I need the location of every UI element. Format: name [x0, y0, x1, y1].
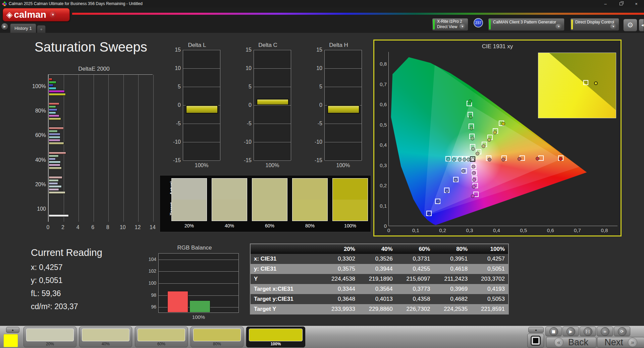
cie-measured-yellow-60 [487, 138, 491, 142]
calman-menu-button[interactable]: ◈ calman ▼ [3, 8, 70, 21]
deltae-bar-100%-0 [49, 78, 52, 81]
table-cell: 211,2423 [433, 274, 471, 284]
continuous-icon: ∞ [601, 327, 609, 336]
pattern-button-80%[interactable]: 80% [191, 327, 244, 347]
deltae-bar-20%-5 [49, 191, 65, 194]
step-icon: [·] [584, 327, 592, 336]
actual-target-swatch-panel: ActualTarget20%40%60%80%100% [160, 175, 371, 232]
cie-measured-magenta-100 [471, 194, 475, 198]
pattern-label-20%: 20% [24, 342, 76, 346]
pattern-generator-dropdown[interactable]: CalMAN Client 3 Pattern Generator ▼ [488, 18, 565, 31]
deltae-bar-80%-2 [49, 109, 57, 111]
meter-count-badge[interactable]: 237 [474, 18, 483, 27]
title-bar: Calman 2025 Calman Ultimate for Business… [0, 0, 644, 7]
table-row: Y224,4538219,1890215,6097211,2423203,370… [250, 274, 508, 284]
pattern-swatch-20% [26, 329, 74, 341]
deltae-bar-60%-5 [49, 142, 64, 145]
table-header-row: 20%40%60%80%100% [250, 244, 508, 254]
cie-measured-magenta-20 [472, 165, 475, 168]
delta_l-bar [186, 105, 218, 114]
meter-dropdown[interactable]: X-Rite i1Pro 2 Direct View ▼ [432, 18, 468, 31]
cie-1931-panel[interactable]: CIE 1931 xy 00,10,20,30,40,50,60,70,800,… [373, 40, 622, 236]
pattern-button-20%[interactable]: 20% [23, 327, 76, 347]
table-cell: 0,4682 [433, 294, 471, 304]
table-cell: 0,4193 [471, 284, 508, 294]
calman-diamond-icon: ◈ [6, 10, 12, 19]
step-button[interactable]: [·] [580, 327, 596, 336]
deltae-bar-60%-4 [49, 139, 60, 142]
restore-button[interactable] [613, 0, 629, 7]
delta_h-plot [324, 50, 362, 160]
col-header-80%: 80% [433, 244, 471, 254]
app-icon [2, 1, 7, 6]
cie-measured-yellow-100 [501, 122, 505, 126]
deltae-bar-60%-3 [49, 136, 60, 139]
pattern-button-60%[interactable]: 60% [135, 327, 188, 347]
table-row: Target Y233,9933229,8860226,7302224,2535… [250, 304, 508, 314]
delta_h-bar [327, 105, 360, 114]
table-cell: 0,4255 [396, 264, 434, 274]
calman-logo-text: calman [14, 9, 46, 20]
target-swatch-80% [292, 200, 327, 221]
actual-swatch-100% [333, 179, 368, 200]
table-cell: 0,3526 [359, 254, 396, 264]
repeat-button[interactable]: ⟳ [614, 327, 630, 336]
table-cell: 221,8591 [471, 304, 508, 314]
measurement-table: 20%40%60%80%100%x: CIE310,33020,35260,37… [250, 243, 509, 315]
toolbar-collapse-button[interactable]: ◀ [639, 19, 644, 31]
continuous-button[interactable]: ∞ [597, 327, 613, 336]
quick-color-swatch[interactable] [3, 334, 18, 347]
deltae-bar-80%-3 [49, 112, 56, 114]
table-row: y: CIE310,35750,39440,42550,46180,5051 [250, 264, 508, 274]
swatch-label-20%: 20% [171, 223, 207, 228]
delta-c-chart: Delta C151050-5-10-15100% [240, 42, 296, 171]
stop-button[interactable]: ■ [545, 327, 562, 336]
pattern-swatch-80% [193, 329, 241, 341]
deltae-bar-60%-0 [49, 127, 64, 130]
table-cell: 0,3648 [321, 294, 359, 304]
window-pattern-button[interactable] [527, 334, 544, 348]
deltae-bar-100%-4 [49, 90, 65, 93]
table-cell: 0,4618 [433, 264, 471, 274]
table-cell: 226,7302 [396, 304, 434, 314]
actual-swatch-40% [212, 179, 247, 200]
pattern-button-100%[interactable]: 100% [246, 327, 305, 347]
pattern-swatch-40% [82, 329, 129, 341]
play-button[interactable]: ▶ [562, 327, 579, 336]
deltae-bar-20%-3 [49, 185, 62, 188]
deltae-bar-20%-0 [49, 176, 62, 179]
pattern-button-40%[interactable]: 40% [79, 327, 132, 347]
delta_c-bar [257, 99, 289, 105]
meter-status-indicator [433, 19, 435, 29]
minimize-button[interactable]: – [598, 0, 613, 7]
tab-scroll-button[interactable]: ▶ [1, 23, 8, 30]
settings-gear-button[interactable]: ⚙ [623, 19, 637, 31]
deltae-bar-80%-5 [49, 118, 61, 120]
double-chevron-right-icon: » [628, 338, 637, 347]
pattern-list-up-button[interactable]: ▲ [6, 327, 19, 333]
cie-measured-blue-20 [462, 169, 465, 173]
cie-measured-green-100 [468, 99, 472, 103]
add-tab-button[interactable]: + [37, 25, 46, 33]
tab-history-1[interactable]: History 1 [10, 23, 36, 33]
table-cell: 0,3951 [433, 254, 471, 264]
cie-measured-magenta-60 [472, 178, 476, 182]
col-header-60%: 60% [396, 244, 434, 254]
back-button[interactable]: « Back [546, 337, 596, 348]
next-button[interactable]: Next » [597, 337, 644, 348]
current-reading-fl: fL: 59,36 [31, 289, 102, 298]
table-cell: 0,5051 [471, 264, 508, 274]
row-label: y: CIE31 [250, 264, 321, 274]
deltae-plot [48, 74, 153, 222]
col-header-40%: 40% [359, 244, 396, 254]
row-label: Y [250, 274, 321, 284]
pattern-bar: ▲ ▲ « Back Next » 20%40%60%80%100%■▶[·]∞… [0, 326, 644, 348]
tab-history-label: History 1 [14, 26, 32, 31]
close-button[interactable]: × [629, 0, 644, 7]
chevron-down-icon: ▼ [610, 24, 617, 29]
current-reading-y: y: 0,5051 [31, 276, 102, 285]
deltae-bar-100%-1 [49, 81, 56, 84]
pattern-panel-up-button[interactable]: ▲ [528, 327, 544, 333]
deltae-bar-20%-1 [49, 179, 59, 182]
display-control-dropdown[interactable]: Direct Display Control ▼ [570, 18, 619, 31]
